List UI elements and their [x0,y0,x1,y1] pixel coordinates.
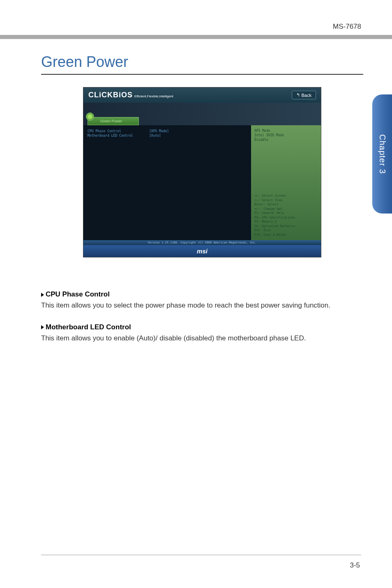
nav-line: F6: Optimized Defaults [254,224,318,229]
nav-line: ↑↓: Select Item [254,198,318,203]
header-divider [0,35,392,39]
green-power-icon [86,113,94,121]
nav-line: F4: CPU Specifications [254,216,318,220]
heading-text: CPU Phase Control [46,290,110,298]
bios-top-bar: CLiCKBiOS Efficient,Flexible,Intelligent… [83,87,321,103]
setting-value: [APS Mode] [149,129,169,133]
nav-help: →←: Select Screen ↑↓: Select Item Enter:… [254,194,318,237]
back-button[interactable]: ↰ Back [292,91,316,99]
tab-label: Green Power [100,119,122,123]
setting-value: [Auto] [149,134,161,138]
logo-main: CLiCKBiOS [88,91,133,99]
description-block: CPU Phase Control This item allows you t… [41,290,363,311]
setting-label: CPU Phase Control [88,129,149,133]
nav-line: Enter: Select [254,202,318,207]
help-options: APS Mode Intel SVID Mode Disable [254,129,318,142]
setting-label: Motherboard LED Control [88,134,149,138]
heading-text: Motherboard LED Control [46,323,131,331]
bios-main-area: CPU Phase Control [APS Mode] Motherboard… [83,125,321,240]
desc-heading: CPU Phase Control [41,290,363,299]
nav-line: F10: Save & Reset [254,233,318,237]
setting-row[interactable]: Motherboard LED Control [Auto] [88,134,247,138]
help-option: APS Mode [254,129,318,133]
clickbios-logo: CLiCKBiOS Efficient,Flexible,Intelligent [88,91,173,99]
chapter-tab: Chapter 3 [372,94,392,214]
nav-line: F5: Memory-Z [254,220,318,224]
chapter-tab-text: Chapter 3 [378,134,387,174]
nav-line: F1: General Help [254,211,318,216]
setting-row[interactable]: CPU Phase Control [APS Mode] [88,129,247,133]
desc-text: This item allows you to enable (Auto)/ d… [41,333,363,344]
green-power-tab[interactable]: Green Power [88,117,139,125]
main-content: Green Power CLiCKBiOS Efficient,Flexible… [0,39,392,343]
logo-subtitle: Efficient,Flexible,Intelligent [134,94,173,98]
page-number: 3-5 [350,561,360,570]
model-label: MS-7678 [333,23,361,31]
bios-version-footer: Version 1.23.1108. Copyright (C) 2008 Am… [83,240,321,245]
back-label: Back [302,93,311,98]
bios-help-panel: APS Mode Intel SVID Mode Disable →←: Sel… [251,125,321,240]
back-arrow-icon: ↰ [296,92,300,98]
description-block: Motherboard LED Control This item allows… [41,323,363,344]
help-option: Disable [254,138,318,142]
msi-logo-bar: msi [83,245,321,257]
desc-heading: Motherboard LED Control [41,323,363,331]
page-header: MS-7678 [0,0,392,35]
nav-line: +/-: Change Opt. [254,207,318,211]
bios-header-area: Green Power [83,103,321,125]
bios-settings-panel: CPU Phase Control [APS Mode] Motherboard… [83,125,251,240]
desc-text: This item allows you to select the power… [41,300,363,311]
triangle-bullet-icon [41,293,44,297]
section-title: Green Power [41,53,363,75]
footer-divider [41,555,361,555]
triangle-bullet-icon [41,325,44,329]
help-option: Intel SVID Mode [254,133,318,138]
nav-line: ESC: Exit [254,228,318,233]
bios-screenshot: CLiCKBiOS Efficient,Flexible,Intelligent… [83,87,321,257]
nav-line: →←: Select Screen [254,194,318,198]
